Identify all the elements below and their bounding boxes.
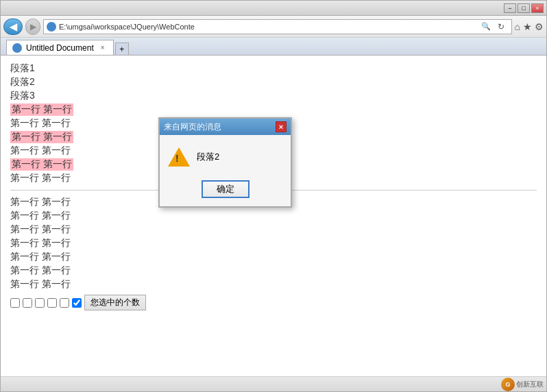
tab-title: Untitled Document xyxy=(26,43,94,53)
nav-bar: ◀ ▶ E:\umgsai\workspace\JQuery\WebConte … xyxy=(1,16,546,38)
back-button[interactable]: ◀ xyxy=(3,19,23,35)
modal-message: 段落2 xyxy=(197,151,219,163)
browser-window: − □ × ◀ ▶ E:\umgsai\workspace\JQuery\Web… xyxy=(0,0,547,392)
search-icon: 🔍 xyxy=(481,22,491,31)
new-tab-button[interactable]: + xyxy=(115,42,129,55)
modal-footer: 确定 xyxy=(160,176,291,206)
minimize-button[interactable]: − xyxy=(504,3,516,13)
warning-triangle xyxy=(168,147,190,167)
modal-title-text: 来自网页的消息 xyxy=(164,121,221,133)
settings-icon[interactable]: ⚙ xyxy=(535,21,544,32)
address-text: E:\umgsai\workspace\JQuery\WebConte xyxy=(59,23,478,31)
ie-logo-icon xyxy=(47,22,56,32)
modal-close-button[interactable]: × xyxy=(276,121,287,132)
warning-icon xyxy=(168,146,190,168)
page-content: 段落1 段落2 段落3 第一行 第一行 第一行 第一行 第一行 第一行 第一行 … xyxy=(1,56,546,376)
window-controls: − □ × xyxy=(504,3,544,13)
tab-close-button[interactable]: × xyxy=(98,43,108,53)
title-bar: − □ × xyxy=(1,1,546,16)
refresh-icon[interactable]: ↻ xyxy=(494,19,509,34)
address-bar[interactable]: E:\umgsai\workspace\JQuery\WebConte 🔍 ↻ xyxy=(43,19,512,34)
logo-badge: G 创新互联 xyxy=(501,378,544,391)
tab-ie-icon xyxy=(12,43,22,53)
bottom-bar: G 创新互联 xyxy=(1,376,546,391)
maximize-button[interactable]: □ xyxy=(518,3,530,13)
nav-icons: ⌂ ★ ⚙ xyxy=(515,21,544,32)
modal-ok-button[interactable]: 确定 xyxy=(202,180,250,198)
favorites-icon[interactable]: ★ xyxy=(523,21,532,32)
modal-dialog: 来自网页的消息 × 段落2 确定 xyxy=(158,117,292,208)
tab-bar: Untitled Document × + xyxy=(1,38,546,56)
logo-text: 创新互联 xyxy=(516,380,544,389)
forward-button[interactable]: ▶ xyxy=(25,19,40,35)
logo-icon: G xyxy=(501,378,515,391)
close-button[interactable]: × xyxy=(531,3,544,13)
modal-overlay: 来自网页的消息 × 段落2 确定 xyxy=(1,56,546,376)
tab-untitled-document[interactable]: Untitled Document × xyxy=(6,40,114,55)
modal-body: 段落2 xyxy=(160,135,291,176)
home-icon[interactable]: ⌂ xyxy=(515,21,520,32)
modal-title-bar: 来自网页的消息 × xyxy=(160,119,291,135)
